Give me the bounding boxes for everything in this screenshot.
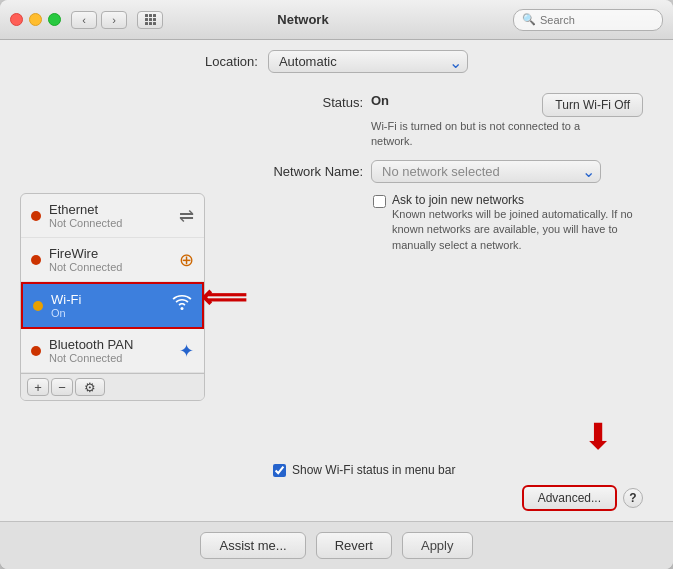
- ask-join-checkbox[interactable]: [373, 195, 386, 208]
- minimize-button[interactable]: [29, 13, 42, 26]
- close-button[interactable]: [10, 13, 23, 26]
- network-name-row: Network Name: No network selected ⌄: [273, 160, 643, 183]
- show-wifi-checkbox[interactable]: [273, 464, 286, 477]
- remove-network-button[interactable]: −: [51, 378, 73, 396]
- status-row: Status: On Turn Wi-Fi Off Wi-Fi is turne…: [273, 93, 643, 150]
- grid-view-button[interactable]: [137, 11, 163, 29]
- sidebar-item-firewire[interactable]: FireWire Not Connected ⊕: [21, 238, 204, 282]
- sidebar-bottom-bar: + − ⚙: [21, 373, 204, 400]
- traffic-lights: [10, 13, 61, 26]
- wifi-status-dot: [33, 301, 43, 311]
- location-select-wrap: Automatic ⌄: [268, 50, 468, 73]
- maximize-button[interactable]: [48, 13, 61, 26]
- firewire-name: FireWire: [49, 246, 171, 261]
- network-preferences-window: ‹ › Network 🔍 Location: Automatic ⌄: [0, 0, 673, 569]
- status-value-area: On Turn Wi-Fi Off Wi-Fi is turned on but…: [371, 93, 643, 150]
- add-network-button[interactable]: +: [27, 378, 49, 396]
- network-name-select[interactable]: No network selected: [371, 160, 601, 183]
- bluetooth-status-dot: [31, 346, 41, 356]
- status-on-value: On: [371, 93, 389, 108]
- firewire-status-dot: [31, 255, 41, 265]
- search-box[interactable]: 🔍: [513, 9, 663, 31]
- wifi-text: Wi-Fi On: [51, 292, 164, 319]
- status-top-row: On Turn Wi-Fi Off: [371, 93, 643, 117]
- advanced-button[interactable]: Advanced...: [522, 485, 617, 511]
- location-label: Location:: [205, 54, 258, 69]
- location-bar: Location: Automatic ⌄: [0, 40, 673, 83]
- search-input[interactable]: [540, 14, 654, 26]
- titlebar: ‹ › Network 🔍: [0, 0, 673, 40]
- status-description: Wi-Fi is turned on but is not connected …: [371, 119, 591, 150]
- ethernet-status-dot: [31, 211, 41, 221]
- apply-button[interactable]: Apply: [402, 532, 473, 559]
- help-button[interactable]: ?: [623, 488, 643, 508]
- forward-button[interactable]: ›: [101, 11, 127, 29]
- show-wifi-row: Show Wi-Fi status in menu bar: [273, 463, 643, 477]
- ask-join-title: Ask to join new networks: [392, 193, 643, 207]
- sidebar-list: Ethernet Not Connected ⇌ FireWire Not Co…: [21, 194, 204, 373]
- window-title: Network: [173, 12, 433, 27]
- advanced-arrow-annotation: ⬇: [583, 419, 613, 455]
- nav-buttons: ‹ ›: [71, 11, 127, 29]
- advanced-row: Advanced... ?: [273, 485, 643, 511]
- ethernet-name: Ethernet: [49, 202, 171, 217]
- wifi-arrow-annotation: ⟸: [201, 278, 247, 316]
- sidebar-item-ethernet[interactable]: Ethernet Not Connected ⇌: [21, 194, 204, 238]
- ask-join-row: Ask to join new networks Known networks …: [373, 193, 643, 253]
- network-select-wrap: No network selected ⌄: [371, 160, 601, 183]
- footer: Assist me... Revert Apply: [0, 521, 673, 569]
- sidebar: Ethernet Not Connected ⇌ FireWire Not Co…: [20, 193, 205, 401]
- firewire-text: FireWire Not Connected: [49, 246, 171, 273]
- ask-join-text: Ask to join new networks Known networks …: [392, 193, 643, 253]
- wifi-status: On: [51, 307, 164, 319]
- ethernet-icon: ⇌: [179, 205, 194, 227]
- status-label: Status:: [273, 93, 363, 110]
- right-panel: Status: On Turn Wi-Fi Off Wi-Fi is turne…: [263, 83, 653, 511]
- show-wifi-label: Show Wi-Fi status in menu bar: [292, 463, 455, 477]
- network-settings-button[interactable]: ⚙: [75, 378, 105, 396]
- bluetooth-icon: ✦: [179, 340, 194, 362]
- sidebar-item-bluetooth[interactable]: Bluetooth PAN Not Connected ✦: [21, 329, 204, 373]
- wifi-name: Wi-Fi: [51, 292, 164, 307]
- content-area: Location: Automatic ⌄ Ethern: [0, 40, 673, 521]
- main-panel: Ethernet Not Connected ⇌ FireWire Not Co…: [0, 83, 673, 521]
- network-name-label: Network Name:: [273, 164, 363, 179]
- ethernet-text: Ethernet Not Connected: [49, 202, 171, 229]
- assist-me-button[interactable]: Assist me...: [200, 532, 305, 559]
- bottom-area: ⬇ Show Wi-Fi status in menu bar Advanced…: [273, 419, 643, 511]
- search-icon: 🔍: [522, 13, 536, 26]
- turn-wifi-button[interactable]: Turn Wi-Fi Off: [542, 93, 643, 117]
- ethernet-status: Not Connected: [49, 217, 171, 229]
- sidebar-item-wifi[interactable]: Wi-Fi On: [21, 282, 204, 329]
- bluetooth-status: Not Connected: [49, 352, 171, 364]
- firewire-icon: ⊕: [179, 249, 194, 271]
- ask-join-description: Known networks will be joined automatica…: [392, 207, 643, 253]
- wifi-icon: [172, 295, 192, 316]
- revert-button[interactable]: Revert: [316, 532, 392, 559]
- bluetooth-text: Bluetooth PAN Not Connected: [49, 337, 171, 364]
- bluetooth-name: Bluetooth PAN: [49, 337, 171, 352]
- firewire-status: Not Connected: [49, 261, 171, 273]
- back-button[interactable]: ‹: [71, 11, 97, 29]
- location-select[interactable]: Automatic: [268, 50, 468, 73]
